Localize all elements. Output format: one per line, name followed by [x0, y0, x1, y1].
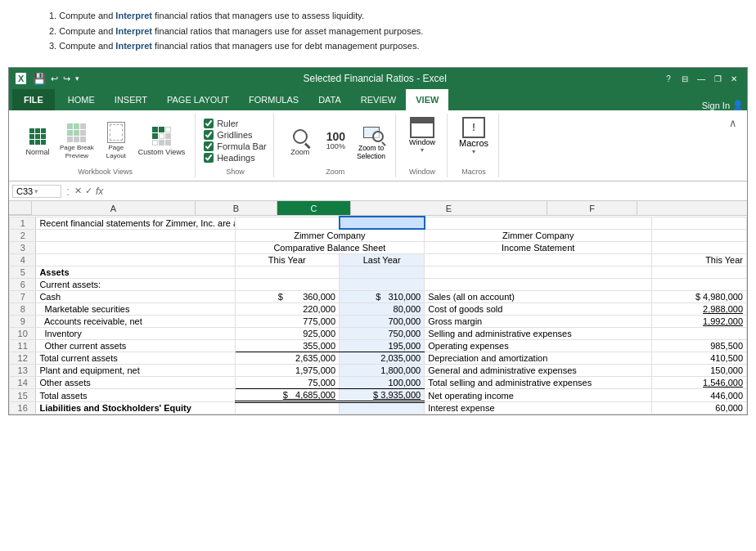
cell-3f[interactable]	[652, 242, 747, 254]
cell-1b[interactable]	[235, 217, 339, 229]
cell-5f[interactable]	[652, 267, 747, 279]
cell-8f[interactable]: 2,988,000	[652, 303, 747, 316]
formula-bar-checkbox[interactable]: Formula Bar	[204, 141, 267, 151]
zoom-100-button[interactable]: 100 100%	[322, 129, 350, 152]
page-break-button[interactable]: Page BreakPreview	[56, 119, 97, 161]
cell-6a[interactable]: Current assets:	[36, 279, 235, 291]
cell-12c[interactable]: 2,035,000	[340, 352, 425, 365]
cell-2e[interactable]: Zimmer Company	[425, 229, 652, 242]
cell-14a[interactable]: Other assets	[36, 377, 235, 389]
cell-15b[interactable]: $ 4,685,000	[235, 389, 339, 402]
cell-11f[interactable]: 985,500	[652, 340, 747, 352]
cell-7b[interactable]: $ 360,000	[235, 291, 339, 303]
cell-9b[interactable]: 775,000	[235, 316, 339, 328]
cell-14c[interactable]: 100,000	[340, 377, 425, 389]
cell-7a[interactable]: Cash	[36, 291, 235, 303]
cell-10c[interactable]: 750,000	[340, 328, 425, 340]
cell-16f[interactable]: 60,000	[652, 402, 747, 414]
cell-9a[interactable]: Accounts receivable, net	[36, 316, 235, 328]
redo-icon[interactable]: ↪	[63, 74, 70, 84]
cell-7c[interactable]: $ 310,000	[340, 291, 425, 303]
cell-12f[interactable]: 410,500	[652, 352, 747, 365]
normal-view-button[interactable]: Normal	[22, 123, 53, 159]
cell-13c[interactable]: 1,800,000	[340, 365, 425, 377]
cell-4c[interactable]: Last Year	[340, 254, 425, 267]
cell-1a[interactable]: Recent financial statements for Zimmer, …	[36, 217, 235, 229]
ribbon-toggle[interactable]: ⊟	[678, 72, 691, 85]
cell-1f[interactable]	[652, 217, 747, 229]
ribbon-collapse-button[interactable]: ∧	[726, 114, 740, 132]
tab-file[interactable]: FILE	[12, 89, 55, 110]
cell-6f[interactable]	[652, 279, 747, 291]
cell-7e[interactable]: Sales (all on account)	[425, 291, 652, 303]
cell-5a[interactable]: Assets	[36, 267, 235, 279]
custom-views-button[interactable]: Custom Views	[135, 123, 188, 159]
cell-13f[interactable]: 150,000	[652, 365, 747, 377]
tab-review[interactable]: REVIEW	[351, 89, 406, 110]
minimize-button[interactable]: —	[695, 72, 708, 85]
cell-3a[interactable]	[36, 242, 235, 254]
cell-16b[interactable]	[235, 402, 339, 414]
formula-cancel-icon[interactable]: ✕	[74, 186, 82, 196]
cell-12e[interactable]: Depreciation and amortization	[425, 352, 652, 365]
cell-10a[interactable]: Inventory	[36, 328, 235, 340]
cell-1c[interactable]	[340, 217, 425, 229]
cell-8a[interactable]: Marketable securities	[36, 303, 235, 316]
cell-13e[interactable]: General and administrative expenses	[425, 365, 652, 377]
cell-10b[interactable]: 925,000	[235, 328, 339, 340]
tab-home[interactable]: HOME	[58, 89, 105, 110]
cell-5b[interactable]	[235, 267, 339, 279]
cell-6c[interactable]	[340, 279, 425, 291]
cell-12a[interactable]: Total current assets	[36, 352, 235, 365]
cell-15a[interactable]: Total assets	[36, 389, 235, 402]
cell-10e[interactable]: Selling and administrative expenses	[425, 328, 652, 340]
zoom-button[interactable]: Zoom	[282, 123, 318, 159]
cell-9c[interactable]: 700,000	[340, 316, 425, 328]
macros-dropdown-arrow[interactable]: ▾	[472, 148, 475, 155]
cell-11c[interactable]: 195,000	[340, 340, 425, 352]
cell-1e[interactable]	[425, 217, 652, 229]
cell-4e[interactable]	[425, 254, 652, 267]
ruler-checkbox[interactable]: Ruler	[204, 119, 267, 128]
cell-3b[interactable]: Comparative Balance Sheet	[235, 242, 425, 254]
cell-4b[interactable]: This Year	[235, 254, 339, 267]
cell-8b[interactable]: 220,000	[235, 303, 339, 316]
formula-function-icon[interactable]: fx	[96, 186, 103, 197]
gridlines-checkbox[interactable]: Gridlines	[204, 130, 267, 140]
cell-13b[interactable]: 1,975,000	[235, 365, 339, 377]
tab-data[interactable]: DATA	[308, 89, 351, 110]
restore-button[interactable]: ❐	[711, 72, 724, 85]
cell-13a[interactable]: Plant and equipment, net	[36, 365, 235, 377]
help-button[interactable]: ?	[662, 72, 675, 85]
cell-6e[interactable]	[425, 279, 652, 291]
sign-in-area[interactable]: Sign In 👤	[702, 100, 744, 110]
cell-9e[interactable]: Gross margin	[425, 316, 652, 328]
cell-14e[interactable]: Total selling and administrative expense…	[425, 377, 652, 389]
headings-checkbox[interactable]: Headings	[204, 153, 267, 163]
cell-16c[interactable]	[340, 402, 425, 414]
page-layout-button[interactable]: PageLayout	[101, 119, 132, 161]
cell-16e[interactable]: Interest expense	[425, 402, 652, 414]
cell-10f[interactable]	[652, 328, 747, 340]
window-button[interactable]: Window ▾	[404, 115, 440, 155]
save-icon[interactable]: 💾	[33, 73, 46, 85]
cell-reference-box[interactable]: C33 ▾	[12, 185, 61, 198]
cell-16a[interactable]: Liabilities and Stockholders' Equity	[36, 402, 235, 414]
cell-11b[interactable]: 355,000	[235, 340, 339, 352]
tab-formulas[interactable]: FORMULAS	[239, 89, 308, 110]
cell-15e[interactable]: Net operating income	[425, 389, 652, 402]
cell-14b[interactable]: 75,000	[235, 377, 339, 389]
cell-5c[interactable]	[340, 267, 425, 279]
cell-6b[interactable]	[235, 279, 339, 291]
cell-8e[interactable]: Cost of goods sold	[425, 303, 652, 316]
zoom-selection-button[interactable]: Zoom toSelection	[353, 119, 389, 162]
close-button[interactable]: ✕	[727, 72, 740, 85]
cell-2b[interactable]: Zimmer Company	[235, 229, 425, 242]
cell-2a[interactable]	[36, 229, 235, 242]
formula-confirm-icon[interactable]: ✓	[85, 186, 92, 196]
cell-14f[interactable]: 1,546,000	[652, 377, 747, 389]
formula-input[interactable]	[106, 186, 744, 197]
cell-3e[interactable]: Income Statement	[425, 242, 652, 254]
tab-page-layout[interactable]: PAGE LAYOUT	[157, 89, 239, 110]
cell-15f[interactable]: 446,000	[652, 389, 747, 402]
